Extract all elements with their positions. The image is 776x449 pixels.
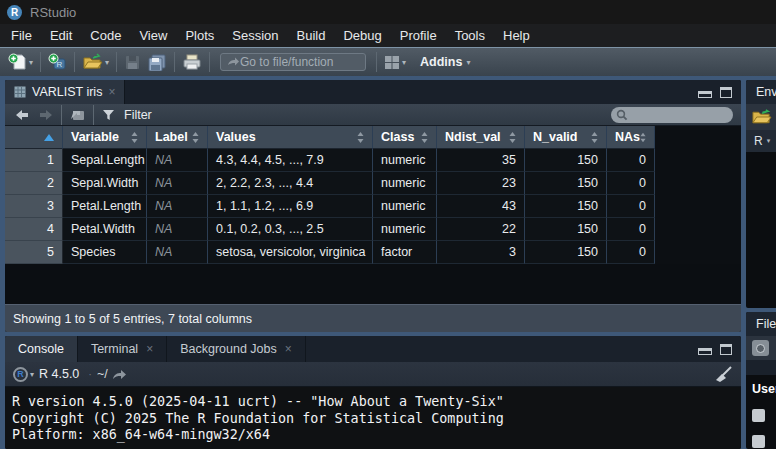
goto-file-function-input[interactable] [240, 55, 356, 69]
column-header-n-valid[interactable]: N_valid [525, 126, 607, 149]
tab-label: Console [18, 342, 64, 356]
cell-values: 0.1, 0.2, 0.3, ..., 2.5 [208, 218, 373, 241]
file-checkbox[interactable] [752, 435, 765, 448]
table-search-input[interactable] [628, 109, 728, 121]
row-number-header[interactable] [5, 126, 63, 149]
close-icon[interactable] [146, 342, 153, 356]
menu-file[interactable]: File [2, 24, 41, 47]
table-header-row: Variable Label Values Class [5, 126, 655, 149]
menu-profile[interactable]: Profile [391, 24, 446, 47]
maximize-icon[interactable] [720, 87, 732, 98]
row-number: 2 [5, 172, 63, 195]
environment-r-dropdown[interactable]: R [746, 130, 776, 152]
goto-file-function-box[interactable] [220, 53, 366, 71]
back-button[interactable] [11, 109, 34, 121]
column-header-ndist-val[interactable]: Ndist_val [437, 126, 525, 149]
console-tab-bar: Console Terminal Background Jobs [5, 336, 741, 362]
close-icon[interactable] [108, 85, 115, 99]
cell-label: NA [147, 172, 208, 195]
column-header-class[interactable]: Class [373, 126, 437, 149]
varlist-viewer-pane: VARLIST iris [5, 80, 741, 332]
table-row[interactable]: 4 Petal.Width NA 0.1, 0.2, 0.3, ..., 2.5… [5, 218, 655, 241]
column-label: Label [155, 130, 188, 144]
sort-icon [591, 132, 598, 143]
load-workspace-folder-icon[interactable] [752, 109, 772, 125]
cell-variable: Sepal.Length [63, 149, 147, 172]
cell-n-valid: 150 [525, 241, 607, 264]
files-pane: Files Users [746, 312, 776, 449]
save-button[interactable] [121, 50, 144, 74]
console-output[interactable]: R version 4.5.0 (2025-04-11 ucrt) -- "Ho… [5, 387, 741, 449]
toolbar-separator [209, 52, 210, 72]
menu-code[interactable]: Code [81, 24, 130, 47]
files-toolbar [746, 336, 776, 360]
sort-ascending-icon [44, 134, 54, 141]
save-all-button[interactable] [144, 50, 170, 74]
toolbar-separator [74, 52, 75, 72]
file-checkbox[interactable] [752, 409, 765, 422]
table-row[interactable]: 2 Sepal.Width NA 2, 2.2, 2.3, ..., 4.4 n… [5, 172, 655, 195]
minimize-icon[interactable] [698, 91, 712, 98]
cell-values: 4.3, 4.4, 4.5, ..., 7.9 [208, 149, 373, 172]
workspace-panes-button[interactable] [381, 50, 409, 74]
new-file-button[interactable] [5, 50, 36, 74]
menu-build[interactable]: Build [288, 24, 335, 47]
files-breadcrumb-strip [746, 360, 776, 375]
table-row[interactable]: 1 Sepal.Length NA 4.3, 4.4, 4.5, ..., 7.… [5, 149, 655, 172]
menu-tools[interactable]: Tools [446, 24, 494, 47]
tab-background-jobs[interactable]: Background Jobs [167, 336, 306, 362]
menu-debug[interactable]: Debug [334, 24, 390, 47]
working-directory-label: ~/ [97, 367, 108, 381]
tab-console[interactable]: Console [5, 336, 78, 362]
menu-plots[interactable]: Plots [176, 24, 223, 47]
chevron-down-icon[interactable] [30, 370, 34, 379]
open-file-button[interactable] [79, 50, 112, 74]
console-toolbar: R R 4.5.0 · ~/ [5, 362, 741, 387]
row-number: 4 [5, 218, 63, 241]
menu-session[interactable]: Session [223, 24, 287, 47]
cell-label: NA [147, 218, 208, 241]
tab-environment[interactable]: Environment [746, 80, 776, 104]
menu-view[interactable]: View [130, 24, 176, 47]
table-empty-area [5, 264, 741, 304]
menu-help[interactable]: Help [494, 24, 539, 47]
r-version-logo-icon[interactable]: R [13, 367, 28, 382]
new-folder-icon-glyph [756, 344, 765, 353]
table-row[interactable]: 3 Petal.Length NA 1, 1.1, 1.2, ..., 6.9 … [5, 195, 655, 218]
chevron-down-icon [105, 58, 109, 67]
tab-terminal[interactable]: Terminal [78, 336, 167, 362]
column-header-variable[interactable]: Variable [63, 126, 147, 149]
popout-window-icon [70, 108, 85, 121]
cell-class: numeric [373, 218, 437, 241]
toolbar-separator [376, 52, 377, 72]
show-in-new-window-button[interactable] [66, 108, 89, 121]
tab-label: Files [756, 317, 776, 331]
addins-button[interactable]: Addins [409, 50, 473, 74]
print-button[interactable] [179, 50, 205, 74]
pane-window-buttons [698, 344, 732, 355]
sort-icon [131, 132, 138, 143]
maximize-icon[interactable] [720, 344, 732, 355]
table-search-box[interactable] [611, 107, 733, 123]
new-folder-icon[interactable] [752, 340, 769, 356]
table-row[interactable]: 5 Species NA setosa, versicolor, virgini… [5, 241, 655, 264]
close-icon[interactable] [285, 342, 292, 356]
save-icon [124, 54, 141, 71]
column-header-label[interactable]: Label [147, 126, 208, 149]
pane-window-buttons [698, 87, 732, 98]
goto-directory-icon[interactable] [112, 369, 127, 380]
filter-button[interactable] [98, 109, 119, 121]
console-line: Platform: x86_64-w64-mingw32/x64 [12, 427, 741, 444]
tab-varlist-iris[interactable]: VARLIST iris [5, 80, 125, 104]
tab-files[interactable]: Files [746, 312, 776, 336]
forward-button[interactable] [34, 109, 57, 121]
column-header-nas[interactable]: NAs [607, 126, 655, 149]
minimize-icon[interactable] [698, 348, 712, 355]
new-project-button[interactable]: R [45, 50, 70, 74]
menu-edit[interactable]: Edit [41, 24, 81, 47]
tab-label: Terminal [91, 342, 138, 356]
toolbar-separator [174, 52, 175, 72]
clear-console-icon[interactable] [711, 366, 733, 383]
column-header-values[interactable]: Values [208, 126, 373, 149]
cell-nas: 0 [607, 195, 655, 218]
